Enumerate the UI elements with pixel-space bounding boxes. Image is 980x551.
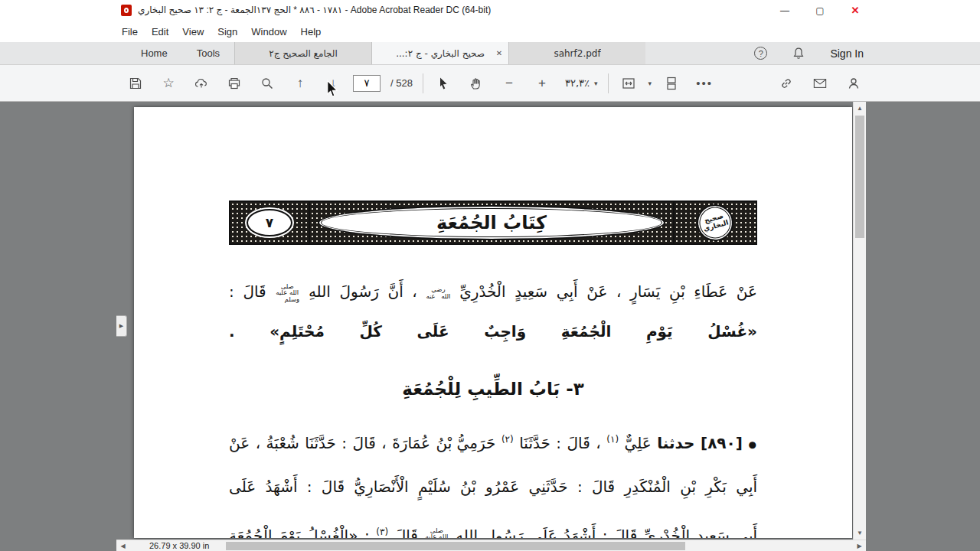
window-controls: — ▢ ✕ (767, 0, 873, 21)
menu-help[interactable]: Help (294, 26, 328, 37)
chevron-down-icon[interactable]: ▾ (648, 80, 652, 87)
document-tab-3-label: sahrf2.pdf (554, 48, 600, 59)
more-tools-icon[interactable]: ••• (691, 70, 717, 96)
zoom-level-value: ٣٢,٣٪ (565, 77, 590, 89)
page-dimensions-label: 26.79 x 39.90 in (149, 541, 209, 550)
share-link-icon[interactable] (773, 70, 799, 96)
toolbar-separator (608, 73, 609, 93)
page-number-input[interactable] (353, 75, 381, 92)
hadith-text-line-clipped: أَبِي سَعِيدٍ الْخُدْرِيِّ قَالَ : أَشْه… (229, 523, 757, 538)
text-segment: ، قَالَ : حَدَّثَنَا (519, 434, 600, 452)
previous-page-icon[interactable]: ↑ (287, 70, 313, 96)
hadith-text-line: عَنْ عَطَاءِ بْنِ يَسَارٍ ، عَنْ أَبِي س… (229, 279, 757, 305)
scroll-down-arrow-icon[interactable]: ▼ (854, 527, 866, 539)
text-segment: عَلِيٌّ (625, 434, 652, 452)
tab-bar: Home Tools الجامع الصحيح ج٢ صحيح البخاري… (0, 42, 980, 65)
pdf-page-content: ٧ كِتَابُ الجُمُعَةِ صحيح البخاري عَنْ ع… (229, 201, 757, 538)
text-segment: ، أَنَّ رَسُولَ اللهِ (309, 282, 417, 301)
tab-tools[interactable]: Tools (182, 42, 234, 64)
document-tab-2-label: صحيح البخاري - ج ٢:... (396, 48, 485, 59)
page-total-label: / 528 (387, 77, 416, 89)
fit-width-icon[interactable] (616, 70, 642, 96)
honorific-radiallahu-anhu: رضي الله عنه (426, 286, 450, 299)
horizontal-scrollbar-thumb[interactable] (226, 542, 685, 550)
page-scrolling-icon[interactable] (658, 70, 684, 96)
isnad-opener: حدثنا (657, 434, 694, 452)
document-tab-1[interactable]: الجامع الصحيح ج٢ (234, 42, 371, 64)
help-icon[interactable]: ? (754, 47, 767, 60)
toolbar-right-cluster (773, 70, 867, 96)
menu-sign[interactable]: Sign (211, 26, 244, 37)
text-segment: حَرَمِيُّ بْنُ عُمَارَةَ ، قَالَ : حَدَّ… (229, 434, 495, 452)
search-icon[interactable] (254, 70, 280, 96)
footnote-marker-1: (١) (606, 434, 619, 445)
hadith-text-line: أَبِي بَكْرِ بْنِ الْمُنْكَدِرِ قَالَ : … (229, 474, 757, 500)
hadith-quote-line: «غُسْلُ يَوْمِ الْجُمُعَةِ وَاجِبٌ عَلَى… (229, 318, 757, 344)
vertical-scrollbar[interactable]: ▲ ▼ (853, 102, 866, 540)
notifications-bell-icon[interactable] (786, 41, 812, 67)
acrobat-window: ١٧٨١ - ٨٨٦ * الحج ١٣٧الجمعة - ج ٢: ١٣ صح… (0, 0, 980, 551)
ornament-center: كِتَابُ الجُمُعَةِ (310, 202, 673, 243)
honorific-salla-allahu-alayhi-wa-sallam: صلى الله عليه وسلم (424, 527, 449, 538)
star-favorite-icon[interactable]: ☆ (155, 70, 181, 96)
next-page-icon[interactable]: ↓ (320, 70, 346, 96)
chevron-down-icon: ▾ (594, 80, 598, 87)
sign-in-button[interactable]: Sign In (830, 47, 864, 60)
tab-home[interactable]: Home (126, 42, 182, 64)
select-tool-icon[interactable] (430, 70, 456, 96)
vertical-scrollbar-thumb[interactable] (855, 116, 864, 238)
chapter-title: كِتَابُ الجُمُعَةِ (318, 205, 665, 240)
zoom-in-icon[interactable]: + (529, 70, 555, 96)
bab-heading: ٣- بَابُ الطِّيبِ لِلْجُمُعَةِ (229, 375, 757, 403)
menu-file[interactable]: File (115, 26, 145, 37)
minimize-button[interactable]: — (767, 0, 802, 21)
zoom-level-dropdown[interactable]: ٣٢,٣٪ ▾ (562, 77, 601, 89)
user-profile-icon[interactable] (841, 70, 867, 96)
email-icon[interactable] (807, 70, 833, 96)
text-segment: قَالَ (395, 527, 418, 538)
cloud-upload-icon[interactable] (188, 70, 214, 96)
ornament-right: صحيح البخاري (673, 202, 756, 243)
document-tab-3[interactable]: sahrf2.pdf (508, 42, 645, 64)
print-icon[interactable] (221, 70, 247, 96)
hadith-bullet: ● (748, 439, 757, 450)
title-bar: ١٧٨١ - ٨٨٦ * الحج ١٣٧الجمعة - ج ٢: ١٣ صح… (0, 0, 980, 21)
document-tab-2-active[interactable]: صحيح البخاري - ج ٢:... ✕ (371, 42, 508, 64)
ornament-left: ٧ (230, 202, 310, 243)
close-button[interactable]: ✕ (838, 0, 873, 21)
maximize-button[interactable]: ▢ (802, 0, 838, 21)
honorific-salla-allahu-alayhi-wa-sallam: صلى الله عليه وسلم (275, 283, 299, 303)
scroll-right-arrow-icon[interactable]: ▶ (854, 540, 865, 551)
save-icon[interactable] (122, 70, 149, 96)
horizontal-scrollbar[interactable]: ◀ 26.79 x 39.90 in ▶ (116, 540, 866, 551)
main-toolbar: ☆ ↑ ↓ / 528 − + ٣٢,٣٪ ▾ ▾ (0, 65, 980, 102)
footnote-marker-2: (٢) (501, 434, 514, 445)
book-seal: صحيح البخاري (692, 200, 737, 245)
text-segment: أَبِي سَعِيدٍ الْخُدْرِيِّ قَالَ : أَشْه… (456, 527, 757, 538)
window-title: ١٧٨١ - ٨٨٦ * الحج ١٣٧الجمعة - ج ٢: ١٣ صح… (138, 5, 491, 15)
pdf-page: ٧ كِتَابُ الجُمُعَةِ صحيح البخاري عَنْ ع… (134, 107, 852, 538)
scroll-left-arrow-icon[interactable]: ◀ (117, 540, 129, 551)
menu-view[interactable]: View (175, 26, 211, 37)
toolbar-separator (423, 73, 423, 93)
acrobat-app-icon (121, 5, 132, 16)
text-segment: قَالَ : (229, 282, 266, 301)
menu-edit[interactable]: Edit (145, 26, 175, 37)
text-segment: عَنْ عَطَاءِ بْنِ يَسَارٍ ، عَنْ أَبِي س… (459, 282, 757, 301)
tab-close-icon[interactable]: ✕ (496, 49, 502, 57)
chapter-ornament-band: ٧ كِتَابُ الجُمُعَةِ صحيح البخاري (229, 201, 757, 245)
footnote-marker-3: (٣) (376, 527, 388, 537)
hadith-number: [٨٩٠] (701, 434, 743, 452)
menu-bar: File Edit View Sign Window Help (0, 21, 980, 42)
document-viewport: ٧ كِتَابُ الجُمُعَةِ صحيح البخاري عَنْ ع… (0, 102, 980, 551)
tabbar-right-cluster: ? Sign In (754, 42, 864, 64)
document-tab-1-label: الجامع الصحيح ج٢ (269, 48, 338, 59)
page-number-cartouche: ٧ (247, 209, 292, 236)
scroll-up-arrow-icon[interactable]: ▲ (854, 103, 866, 114)
hadith-890-line: ● [٨٩٠] حدثنا عَلِيٌّ (١) ، قَالَ : حَدَ… (229, 430, 757, 458)
menu-window[interactable]: Window (244, 26, 293, 37)
zoom-out-icon[interactable]: − (496, 70, 522, 96)
nav-pane-toggle[interactable]: ▶ (116, 315, 127, 337)
hand-tool-icon[interactable] (463, 70, 489, 96)
